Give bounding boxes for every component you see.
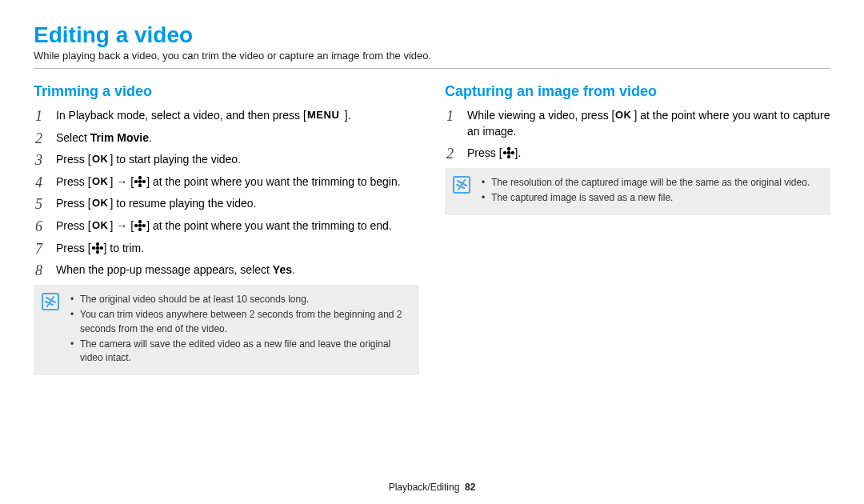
ok-icon [92, 198, 110, 209]
page-number: 82 [465, 482, 475, 493]
right-column: Capturing an image from video While view… [445, 83, 830, 375]
menu-icon [307, 110, 344, 121]
ok-icon [615, 110, 633, 121]
footer-section: Playback/Editing [389, 482, 460, 493]
step-1r: While viewing a video, press [] at the p… [445, 108, 830, 139]
ok-icon [92, 220, 110, 231]
content-columns: Trimming a video In Playback mode, selec… [34, 83, 830, 375]
right-note-1: The resolution of the captured image wil… [482, 176, 821, 190]
info-icon [42, 293, 59, 310]
step-2r: Press []. [445, 146, 830, 162]
right-note: The resolution of the captured image wil… [445, 168, 830, 215]
left-note-3: The camera will save the edited video as… [70, 338, 410, 366]
footer: Playback/Editing 82 [0, 482, 864, 493]
flower-icon [503, 147, 514, 158]
step-4: Press [] → [] at the point where you wan… [34, 174, 419, 190]
step-5: Press [] to resume playing the video. [34, 196, 419, 212]
left-note-1: The original video should be at least 10… [70, 293, 410, 306]
ok-icon [92, 154, 110, 165]
intro-text: While playing back a video, you can trim… [34, 50, 830, 69]
ok-icon [92, 176, 110, 187]
yes-label: Yes [273, 263, 292, 276]
left-heading: Trimming a video [34, 83, 419, 100]
step-1: In Playback mode, select a video, and th… [34, 108, 419, 124]
step-6: Press [] → [] at the point where you wan… [34, 218, 419, 234]
left-note: The original video should be at least 10… [34, 285, 419, 375]
step-3: Press [] to start playing the video. [34, 152, 419, 168]
step-7: Press [] to trim. [34, 241, 419, 257]
capturing-steps: While viewing a video, press [] at the p… [445, 108, 830, 162]
step-2: Select Trim Movie. [34, 130, 419, 146]
step-8: When the pop-up message appears, select … [34, 262, 419, 278]
page-title: Editing a video [34, 22, 830, 48]
flower-icon [134, 176, 146, 187]
flower-icon [134, 220, 146, 231]
flower-icon [92, 242, 103, 254]
right-heading: Capturing an image from video [445, 83, 830, 100]
left-note-2: You can trim videos anywhere between 2 s… [70, 308, 410, 336]
right-note-2: The captured image is saved as a new fil… [482, 191, 821, 205]
left-column: Trimming a video In Playback mode, selec… [34, 83, 419, 375]
trim-movie-label: Trim Movie [90, 131, 149, 144]
trimming-steps: In Playback mode, select a video, and th… [34, 108, 419, 278]
info-icon [453, 176, 470, 194]
